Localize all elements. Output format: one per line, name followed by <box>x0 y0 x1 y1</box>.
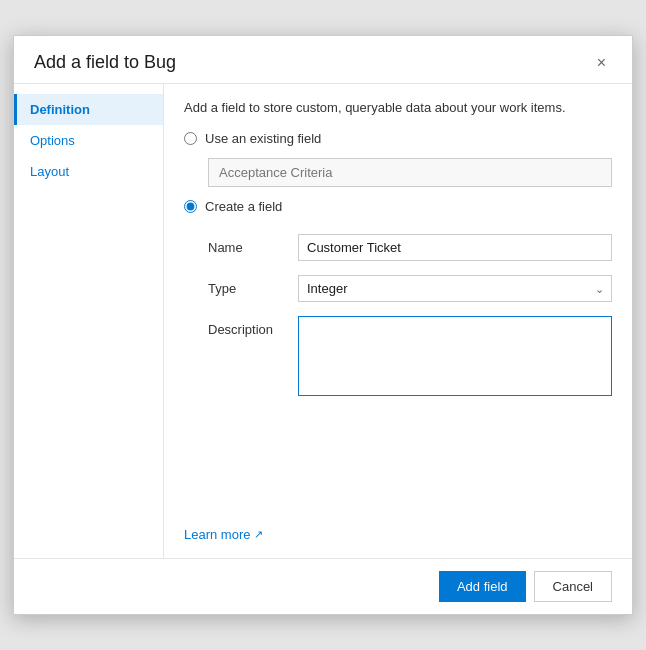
description-textarea[interactable] <box>298 316 612 396</box>
name-input[interactable] <box>298 234 612 261</box>
add-field-dialog: Add a field to Bug × Definition Options … <box>13 35 633 615</box>
create-field-section: Name Type Integer String Boolean Double … <box>184 234 612 410</box>
type-select[interactable]: Integer String Boolean Double DateTime P… <box>298 275 612 302</box>
dialog-body: Definition Options Layout Add a field to… <box>14 84 632 558</box>
use-existing-radio-row: Use an existing field <box>184 131 612 146</box>
description-field-row: Description <box>208 316 612 396</box>
name-field-row: Name <box>208 234 612 261</box>
create-field-label[interactable]: Create a field <box>205 199 282 214</box>
learn-more-section: Learn more ↗ <box>184 515 612 542</box>
add-field-button[interactable]: Add field <box>439 571 526 602</box>
external-link-icon: ↗ <box>254 528 263 541</box>
close-button[interactable]: × <box>591 53 612 73</box>
name-label: Name <box>208 234 298 255</box>
description-label: Description <box>208 316 298 337</box>
sidebar-item-layout[interactable]: Layout <box>14 156 163 187</box>
dialog-footer: Add field Cancel <box>14 558 632 614</box>
type-select-wrapper: Integer String Boolean Double DateTime P… <box>298 275 612 302</box>
type-field-row: Type Integer String Boolean Double DateT… <box>208 275 612 302</box>
learn-more-link[interactable]: Learn more ↗ <box>184 527 263 542</box>
sidebar-item-options[interactable]: Options <box>14 125 163 156</box>
type-label: Type <box>208 275 298 296</box>
use-existing-radio[interactable] <box>184 132 197 145</box>
cancel-button[interactable]: Cancel <box>534 571 612 602</box>
existing-field-input[interactable] <box>208 158 612 187</box>
sidebar-item-definition[interactable]: Definition <box>14 94 163 125</box>
dialog-title: Add a field to Bug <box>34 52 176 73</box>
dialog-header: Add a field to Bug × <box>14 36 632 84</box>
radio-group: Use an existing field Create a field <box>184 131 612 222</box>
content-area: Add a field to store custom, queryable d… <box>164 84 632 558</box>
content-description: Add a field to store custom, queryable d… <box>184 100 612 115</box>
use-existing-label[interactable]: Use an existing field <box>205 131 321 146</box>
create-field-radio-row: Create a field <box>184 199 612 214</box>
create-field-radio[interactable] <box>184 200 197 213</box>
sidebar: Definition Options Layout <box>14 84 164 558</box>
